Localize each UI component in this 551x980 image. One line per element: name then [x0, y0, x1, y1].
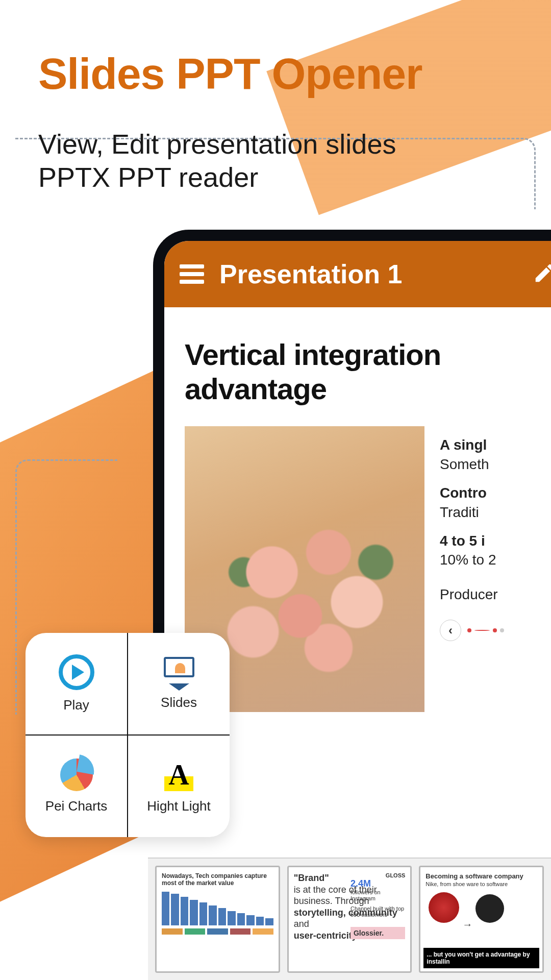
thumb1-title: Nowadays, Tech companies capture most of… — [162, 872, 273, 887]
feature-pie-charts[interactable]: Pei Charts — [26, 735, 128, 837]
chevron-left-icon: ‹ — [448, 622, 453, 639]
slide-heading: Vertical integration advantage — [185, 338, 551, 406]
feature-slides[interactable]: Slides — [128, 633, 230, 735]
thumb1-bar-chart — [162, 890, 273, 925]
thumb3-graphic: → — [425, 887, 537, 930]
feature-play[interactable]: Play — [26, 633, 128, 735]
thumb3-footer: ... but you won't get a advantage by ins… — [423, 948, 539, 968]
side-heading-3: 4 to 5 i — [440, 531, 551, 551]
subtitle-line-1: View, Edit presentation slides — [38, 128, 396, 161]
side-heading-2: Contro — [440, 483, 551, 503]
thumbnail-1[interactable]: Nowadays, Tech companies capture most of… — [155, 866, 280, 973]
side-line-1: Someth — [440, 455, 551, 474]
side-line-2: Traditi — [440, 503, 551, 522]
slide-side-text: A singl Someth Contro Traditi 4 to 5 i 1… — [440, 426, 551, 641]
play-icon — [59, 654, 94, 690]
producer-label: Producer — [440, 585, 551, 604]
side-heading-1: A singl — [440, 435, 551, 455]
page-subtitle: View, Edit presentation slides PPTX PPT … — [38, 128, 396, 194]
feature-pie-label: Pei Charts — [45, 798, 107, 814]
thumb1-legend — [162, 928, 273, 935]
slides-icon — [161, 657, 197, 688]
thumb2-stats: GLOSS 2.4M followers on Instagram Channe… — [350, 872, 405, 939]
edit-pencil-icon[interactable] — [533, 261, 551, 287]
document-title: Presentation 1 — [219, 259, 517, 289]
thumb3-sub: Nike, from shoe ware to software — [425, 881, 537, 887]
pie-chart-icon — [60, 758, 93, 791]
slide-thumbnail-strip: Nowadays, Tech companies capture most of… — [148, 857, 551, 980]
nav-prev-button[interactable]: ‹ — [440, 620, 461, 641]
feature-grid: Play Slides Pei Charts A Hight Light — [26, 633, 230, 837]
thumb3-title: Becoming a software company — [425, 872, 537, 880]
producer-nav: ‹ — [440, 620, 551, 641]
side-line-3: 10% to 2 — [440, 550, 551, 570]
feature-slides-label: Slides — [161, 695, 197, 710]
app-header: Presentation 1 — [164, 241, 551, 307]
hamburger-menu-icon[interactable] — [180, 264, 204, 284]
thumbnail-2[interactable]: "Brand" is at the core of their business… — [287, 866, 412, 973]
page-title: Slides PPT Opener — [38, 48, 422, 99]
highlight-icon: A — [164, 758, 193, 791]
thumbnail-3[interactable]: Becoming a software company Nike, from s… — [419, 866, 544, 973]
feature-play-label: Play — [63, 697, 89, 713]
feature-highlight[interactable]: A Hight Light — [128, 735, 230, 837]
nav-dots — [467, 628, 504, 632]
feature-highlight-label: Hight Light — [147, 798, 210, 814]
subtitle-line-2: PPTX PPT reader — [38, 161, 396, 194]
